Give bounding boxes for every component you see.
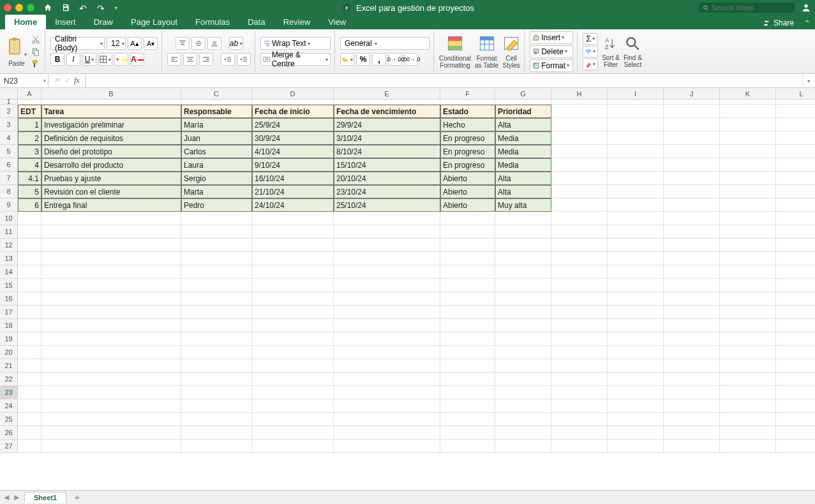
sort-filter-button[interactable]: AZ Sort & Filter (602, 35, 620, 68)
row-header-6[interactable]: 6 (0, 158, 18, 172)
fill-button[interactable]: ▾ (583, 46, 598, 57)
underline-button[interactable]: U▾ (82, 53, 96, 66)
spreadsheet-grid[interactable]: ABCDEFGHIJKL 123456789101112131415161718… (0, 88, 815, 490)
cell[interactable] (181, 225, 252, 239)
cell[interactable] (18, 306, 41, 319)
cell[interactable] (776, 373, 815, 386)
sheet-nav-prev[interactable]: ◀ (4, 493, 9, 501)
cell[interactable] (664, 172, 720, 185)
cell-styles-button[interactable]: Cell Styles (502, 34, 520, 69)
cell[interactable] (41, 212, 181, 225)
cell[interactable]: Abierto (440, 198, 495, 212)
row-header-2[interactable]: 2 (0, 105, 18, 118)
fill-color-button[interactable] (114, 53, 128, 66)
add-sheet-button[interactable]: ＋ (71, 492, 83, 503)
column-header-A[interactable]: A (18, 88, 41, 100)
cell[interactable] (608, 100, 664, 105)
cell[interactable] (551, 185, 608, 198)
cell[interactable]: 29/9/24 (334, 118, 440, 131)
row-header-17[interactable]: 17 (0, 306, 18, 319)
cell[interactable] (776, 265, 815, 279)
cell[interactable] (440, 399, 495, 413)
cell[interactable] (776, 332, 815, 346)
cell[interactable]: 6 (18, 198, 41, 212)
cell[interactable] (495, 359, 551, 373)
cell[interactable] (551, 252, 608, 265)
cell[interactable] (608, 198, 664, 212)
cell[interactable] (551, 359, 608, 373)
cell[interactable] (252, 399, 334, 413)
cell[interactable] (608, 212, 664, 225)
cell[interactable] (551, 131, 608, 145)
cell[interactable] (776, 413, 815, 426)
row-header-14[interactable]: 14 (0, 265, 18, 279)
cell[interactable] (440, 359, 495, 373)
cell[interactable] (776, 185, 815, 198)
cell[interactable] (495, 386, 551, 399)
cell[interactable] (18, 212, 41, 225)
cell[interactable] (776, 100, 815, 105)
cell[interactable] (664, 306, 720, 319)
row-header-19[interactable]: 19 (0, 332, 18, 346)
cell[interactable] (252, 426, 334, 440)
cell[interactable] (776, 440, 815, 453)
row-header-20[interactable]: 20 (0, 346, 18, 359)
cell[interactable] (334, 332, 440, 346)
cell[interactable] (18, 100, 41, 105)
cell[interactable]: Investigación preliminar (41, 118, 181, 131)
save-icon[interactable] (61, 3, 70, 12)
cell[interactable] (440, 306, 495, 319)
cell[interactable] (720, 319, 776, 332)
cell[interactable] (664, 399, 720, 413)
cell[interactable] (776, 145, 815, 158)
cell[interactable] (608, 399, 664, 413)
cell[interactable] (41, 239, 181, 252)
cell[interactable] (41, 279, 181, 292)
cell[interactable] (664, 386, 720, 399)
cell[interactable] (334, 373, 440, 386)
cell[interactable] (334, 265, 440, 279)
cell[interactable] (334, 292, 440, 306)
align-bottom-button[interactable] (207, 37, 221, 50)
row-header-7[interactable]: 7 (0, 172, 18, 185)
row-header-21[interactable]: 21 (0, 359, 18, 373)
cell[interactable] (181, 413, 252, 426)
cell[interactable] (551, 332, 608, 346)
cell[interactable]: 3 (18, 145, 41, 158)
cell[interactable] (181, 239, 252, 252)
cell[interactable] (440, 265, 495, 279)
cell[interactable]: Tarea (41, 105, 181, 118)
cell[interactable]: 8/10/24 (334, 145, 440, 158)
cell[interactable] (551, 158, 608, 172)
cell[interactable] (551, 373, 608, 386)
conditional-formatting-button[interactable]: Conditional Formatting (439, 34, 471, 69)
cell[interactable] (334, 359, 440, 373)
cell[interactable] (551, 306, 608, 319)
cell[interactable]: Responsable (181, 105, 252, 118)
cell[interactable] (776, 131, 815, 145)
cell[interactable] (41, 252, 181, 265)
format-cells-button[interactable]: Format▾ (530, 59, 573, 72)
cell[interactable] (495, 413, 551, 426)
cell[interactable] (551, 105, 608, 118)
cell[interactable] (252, 212, 334, 225)
cell[interactable] (440, 332, 495, 346)
cell[interactable] (720, 158, 776, 172)
cell[interactable]: 2 (18, 131, 41, 145)
cell[interactable] (41, 292, 181, 306)
cell[interactable] (720, 332, 776, 346)
cell[interactable]: EDT (18, 105, 41, 118)
cell[interactable] (440, 100, 495, 105)
cell[interactable]: Alta (495, 185, 551, 198)
cell[interactable] (776, 118, 815, 131)
cell[interactable] (664, 426, 720, 440)
cell[interactable] (664, 279, 720, 292)
name-box[interactable]: N23▾ (0, 74, 49, 87)
cell[interactable] (18, 426, 41, 440)
cell[interactable]: Laura (181, 158, 252, 172)
cell[interactable] (252, 346, 334, 359)
cell[interactable]: 24/10/24 (252, 198, 334, 212)
cell[interactable]: 25/10/24 (334, 198, 440, 212)
column-header-G[interactable]: G (495, 88, 551, 100)
user-icon[interactable] (801, 3, 811, 13)
